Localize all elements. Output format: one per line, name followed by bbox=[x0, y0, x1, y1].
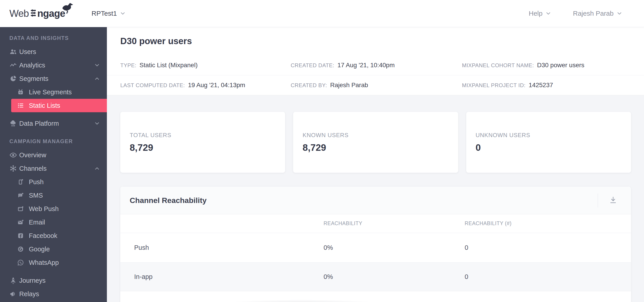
sidebar-item-label: Overview bbox=[19, 152, 100, 159]
sidebar-item-label: Push bbox=[29, 178, 100, 186]
meta-last-computed: LAST COMPUTED DATE: 19 Aug '21, 04:13pm bbox=[120, 82, 291, 89]
chevron-up-icon bbox=[94, 165, 100, 172]
whatsapp-icon bbox=[17, 259, 24, 266]
top-nav-right: Help Rajesh Parab bbox=[529, 10, 622, 17]
table-header-row: REACHABILITY REACHABILITY (#) bbox=[120, 214, 631, 233]
reachability-count-cell: 0 bbox=[465, 262, 631, 291]
email-icon bbox=[17, 219, 24, 226]
stat-label: KNOWN USERS bbox=[302, 132, 458, 139]
sidebar-item-static-lists[interactable]: Static Lists bbox=[11, 99, 107, 112]
meta-value: 19 Aug '21, 04:13pm bbox=[188, 82, 245, 89]
sidebar-item-label: WhatsApp bbox=[29, 259, 100, 266]
chevron-down-icon bbox=[94, 120, 100, 126]
sidebar-section-data-insights: DATA AND INSIGHTS bbox=[0, 35, 107, 42]
table-row-in-app: In-app 0% 0 bbox=[120, 262, 631, 291]
meta-row-1: TYPE: Static List (Mixpanel) CREATED DAT… bbox=[107, 55, 644, 75]
data-platform-icon bbox=[10, 120, 17, 127]
meta-label: MIXPANEL COHORT NAME: bbox=[462, 62, 534, 69]
download-button[interactable] bbox=[607, 195, 619, 206]
channels-icon bbox=[10, 165, 17, 172]
meta-value: 17 Aug '21, 10:40pm bbox=[338, 62, 395, 69]
table-row-push: Push 0% 0 bbox=[120, 233, 631, 262]
channel-column-header bbox=[120, 214, 324, 233]
sidebar-item-push[interactable]: Push bbox=[0, 175, 107, 189]
sidebar-item-data-platform[interactable]: Data Platform bbox=[0, 117, 107, 130]
segments-icon bbox=[10, 75, 17, 82]
sidebar-item-overview[interactable]: Overview bbox=[0, 148, 107, 162]
meta-created-by: CREATED BY: Rajesh Parab bbox=[291, 82, 462, 89]
user-menu[interactable]: Rajesh Parab bbox=[573, 10, 622, 17]
unknown-users-card: UNKNOWN USERS 0 bbox=[466, 112, 631, 173]
sidebar-item-web-push[interactable]: Web Push bbox=[0, 202, 107, 216]
meta-row-2: LAST COMPUTED DATE: 19 Aug '21, 04:13pm … bbox=[107, 75, 644, 95]
sidebar-item-users[interactable]: Users bbox=[0, 45, 107, 59]
sms-icon bbox=[17, 192, 24, 199]
stat-label: UNKNOWN USERS bbox=[476, 132, 631, 139]
meta-value: Static List (Mixpanel) bbox=[140, 62, 198, 69]
help-menu[interactable]: Help bbox=[529, 10, 552, 17]
sidebar-item-facebook[interactable]: Facebook bbox=[0, 229, 107, 242]
webengage-logo[interactable]: Web ngage bbox=[10, 8, 65, 19]
sidebar-item-relays[interactable]: Relays bbox=[0, 287, 107, 301]
channel-cell: Push bbox=[120, 233, 324, 262]
meta-label: LAST COMPUTED DATE: bbox=[120, 82, 185, 88]
logo-arrows-e-icon bbox=[30, 8, 37, 16]
sidebar-item-whatsapp[interactable]: WhatsApp bbox=[0, 256, 107, 269]
sidebar-item-live-segments[interactable]: Live Segments bbox=[0, 85, 107, 99]
journeys-icon bbox=[10, 277, 17, 284]
overview-icon bbox=[10, 151, 17, 159]
push-icon bbox=[17, 179, 24, 185]
sidebar-item-label: Relays bbox=[19, 290, 100, 298]
known-users-card: KNOWN USERS 8,729 bbox=[293, 112, 458, 173]
total-users-card: TOTAL USERS 8,729 bbox=[120, 112, 285, 173]
sidebar-item-journeys[interactable]: Journeys bbox=[0, 274, 107, 287]
meta-cohort-name: MIXPANEL COHORT NAME: D30 power users bbox=[462, 62, 584, 69]
meta-value: Rajesh Parab bbox=[330, 82, 368, 89]
page-title: D30 power users bbox=[120, 36, 192, 46]
sidebar-item-analytics[interactable]: Analytics bbox=[0, 59, 107, 72]
sidebar-item-label: Google bbox=[29, 246, 100, 253]
reachability-count-column-header: REACHABILITY (#) bbox=[465, 214, 631, 233]
stat-label: TOTAL USERS bbox=[130, 132, 285, 139]
meta-label: CREATED DATE: bbox=[291, 62, 334, 69]
top-nav: Web ngage RPTest1 Help bbox=[0, 0, 644, 27]
sidebar-item-google[interactable]: Google bbox=[0, 242, 107, 256]
meta-label: MIXPANEL PROJECT ID: bbox=[462, 82, 526, 88]
sidebar-item-label: Analytics bbox=[19, 62, 94, 69]
sidebar-section-campaign-manager: CAMPAIGN MANAGER bbox=[0, 138, 107, 145]
sidebar-item-email[interactable]: Email bbox=[0, 216, 107, 229]
facebook-icon bbox=[17, 232, 24, 239]
meta-value: D30 power users bbox=[537, 62, 584, 69]
sidebar-item-label: Web Push bbox=[29, 205, 100, 213]
sidebar-item-segments[interactable]: Segments bbox=[0, 72, 107, 85]
meta-label: CREATED BY: bbox=[291, 82, 327, 88]
meta-label: TYPE: bbox=[120, 62, 136, 69]
google-icon bbox=[17, 246, 24, 252]
chevron-down-icon bbox=[120, 10, 126, 17]
download-icon bbox=[609, 196, 618, 205]
stat-value: 8,729 bbox=[130, 142, 285, 153]
meta-project-id: MIXPANEL PROJECT ID: 1425237 bbox=[462, 82, 553, 89]
meta-type: TYPE: Static List (Mixpanel) bbox=[120, 62, 291, 69]
chevron-up-icon bbox=[94, 76, 100, 82]
help-label: Help bbox=[529, 10, 543, 17]
stat-cards: TOTAL USERS 8,729 KNOWN USERS 8,729 UNKN… bbox=[107, 95, 644, 173]
sidebar-item-label: Channels bbox=[19, 165, 94, 172]
sidebar-item-label: Email bbox=[29, 219, 100, 226]
logo-bird-icon bbox=[60, 1, 75, 14]
chevron-down-icon bbox=[545, 10, 552, 17]
sidebar-item-label: Segments bbox=[19, 75, 94, 82]
chevron-down-icon bbox=[616, 10, 622, 17]
stat-value: 0 bbox=[476, 142, 631, 153]
reachability-count-cell: 0 bbox=[465, 233, 631, 262]
relays-icon bbox=[10, 290, 17, 298]
meta-created-date: CREATED DATE: 17 Aug '21, 10:40pm bbox=[291, 62, 462, 69]
sidebar-item-sms[interactable]: SMS bbox=[0, 189, 107, 202]
sidebar-item-channels[interactable]: Channels bbox=[0, 162, 107, 175]
sidebar-item-label: SMS bbox=[29, 192, 100, 199]
project-switcher[interactable]: RPTest1 bbox=[92, 10, 126, 17]
channel-reachability-header: Channel Reachability bbox=[120, 187, 631, 214]
logo-text-web: Web bbox=[10, 8, 29, 19]
chevron-down-icon bbox=[94, 62, 100, 68]
sidebar-item-label: Live Segments bbox=[29, 88, 100, 96]
